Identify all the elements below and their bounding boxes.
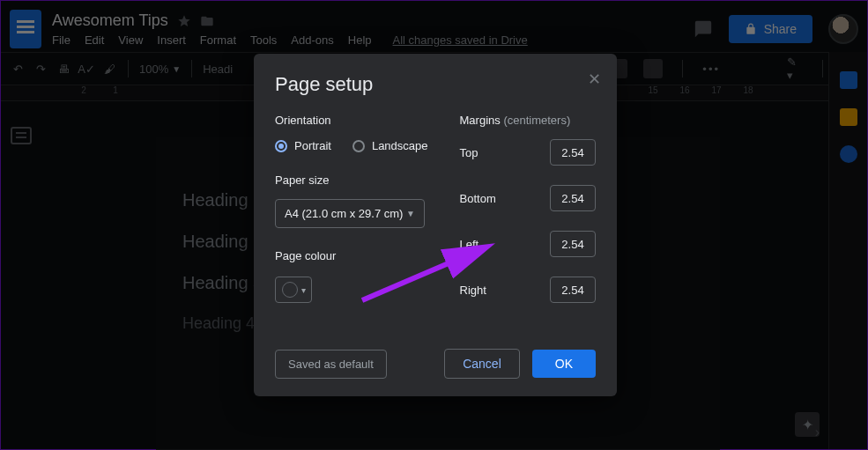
- ruler-tick: 16: [679, 85, 689, 95]
- outline-icon: [11, 127, 32, 144]
- document-title[interactable]: Awesomem Tips: [52, 11, 168, 30]
- dialog-title: Page setup: [275, 73, 596, 96]
- save-default-button[interactable]: Saved as default: [275, 350, 387, 379]
- orientation-portrait-radio[interactable]: Portrait: [275, 139, 331, 152]
- undo-icon[interactable]: ↶: [10, 61, 26, 77]
- margins-label: Margins (centimeters): [460, 114, 596, 127]
- account-avatar[interactable]: [828, 14, 858, 44]
- side-panel: [828, 52, 867, 449]
- move-folder-icon[interactable]: [200, 14, 214, 28]
- menu-help[interactable]: Help: [348, 33, 372, 47]
- save-status[interactable]: All changes saved in Drive: [393, 33, 528, 47]
- menu-view[interactable]: View: [118, 33, 143, 47]
- margin-left-input[interactable]: 2.54: [550, 231, 596, 257]
- menu-format[interactable]: Format: [200, 33, 236, 47]
- lock-icon: [745, 23, 757, 35]
- margin-bottom-input[interactable]: 2.54: [550, 185, 596, 211]
- comments-icon[interactable]: [694, 19, 713, 39]
- colour-circle-icon: [282, 282, 298, 298]
- ruler-tick: 1: [113, 85, 118, 95]
- paragraph-style-selector[interactable]: Headi: [203, 63, 233, 76]
- ruler-tick: 17: [711, 85, 721, 95]
- orientation-landscape-radio[interactable]: Landscape: [352, 139, 428, 152]
- calendar-icon[interactable]: [840, 71, 857, 89]
- more-tools-icon[interactable]: •••: [702, 63, 720, 76]
- close-icon[interactable]: ✕: [588, 70, 601, 89]
- menu-file[interactable]: File: [52, 33, 70, 47]
- radio-icon: [352, 140, 365, 152]
- margin-right-input[interactable]: 2.54: [550, 277, 596, 303]
- margin-bottom-label: Bottom: [460, 192, 496, 205]
- margin-left-label: Left: [460, 238, 479, 251]
- tasks-icon[interactable]: [840, 145, 857, 163]
- docs-logo-icon[interactable]: [10, 10, 41, 48]
- title-area: Awesomem Tips File Edit View Insert Form…: [52, 11, 528, 47]
- redo-icon[interactable]: ↷: [33, 61, 48, 77]
- zoom-selector[interactable]: 100%▼: [139, 63, 181, 76]
- app-root: Awesomem Tips File Edit View Insert Form…: [0, 0, 868, 450]
- menu-edit[interactable]: Edit: [85, 33, 104, 47]
- outline-toggle[interactable]: [1, 102, 41, 449]
- chevron-down-icon: ▼: [406, 209, 415, 218]
- header: Awesomem Tips File Edit View Insert Form…: [1, 1, 867, 52]
- star-icon[interactable]: [177, 14, 191, 28]
- paper-size-select[interactable]: A4 (21.0 cm x 29.7 cm) ▼: [275, 199, 425, 228]
- menu-bar: File Edit View Insert Format Tools Add-o…: [52, 33, 528, 47]
- paint-format-icon[interactable]: 🖌: [101, 61, 117, 77]
- ruler-tick: 15: [648, 85, 657, 95]
- chevron-down-icon: ▾: [301, 285, 306, 295]
- menu-insert[interactable]: Insert: [157, 33, 186, 47]
- keep-icon[interactable]: [840, 108, 857, 126]
- margin-top-input[interactable]: 2.54: [550, 139, 596, 166]
- ok-button[interactable]: OK: [532, 350, 596, 378]
- spellcheck-icon[interactable]: A✓: [78, 61, 94, 77]
- print-icon[interactable]: 🖶: [56, 61, 71, 77]
- share-label: Share: [764, 22, 797, 36]
- cancel-button[interactable]: Cancel: [444, 349, 520, 379]
- menu-addons[interactable]: Add-ons: [291, 33, 333, 47]
- plus-icon: ✦: [802, 417, 813, 433]
- share-button[interactable]: Share: [729, 15, 812, 43]
- insert-image-icon[interactable]: [643, 59, 663, 78]
- hide-sidepanel-icon[interactable]: ›: [815, 424, 820, 440]
- page-colour-label: Page colour: [275, 249, 428, 262]
- margin-right-label: Right: [460, 284, 486, 297]
- page-colour-picker[interactable]: ▾: [275, 277, 312, 303]
- menu-tools[interactable]: Tools: [250, 33, 277, 47]
- orientation-label: Orientation: [275, 114, 428, 127]
- page-setup-dialog: Page setup ✕ Orientation Portrait Landsc…: [254, 54, 617, 396]
- radio-icon: [275, 140, 287, 152]
- ruler-tick: 2: [81, 85, 86, 95]
- editing-mode-icon[interactable]: ✎ ▾: [787, 61, 803, 77]
- ruler-tick: 18: [743, 85, 753, 95]
- paper-size-label: Paper size: [275, 173, 428, 187]
- margin-top-label: Top: [460, 146, 479, 159]
